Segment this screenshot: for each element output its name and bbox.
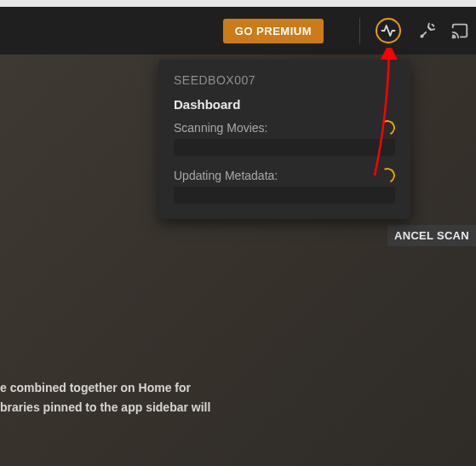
activity-popover: SEEDBOX007 Dashboard Scanning Movies: Up… <box>158 60 410 219</box>
info-text-line: e combined together on Home for <box>0 378 210 397</box>
info-text-line: braries pinned to the app sidebar will <box>0 398 210 417</box>
divider <box>359 18 360 43</box>
info-text: e combined together on Home for braries … <box>0 378 210 417</box>
browser-chrome-gap <box>0 0 476 7</box>
task-scanning: Scanning Movies: <box>174 120 395 156</box>
dashboard-title: Dashboard <box>174 97 395 112</box>
server-name: SEEDBOX007 <box>174 73 395 87</box>
task-metadata: Updating Metadata: <box>174 168 395 204</box>
activity-icon[interactable] <box>376 18 401 43</box>
app-header: GO PREMIUM <box>0 7 476 55</box>
spinner-icon <box>377 165 397 185</box>
cancel-scan-button[interactable]: ANCEL SCAN <box>387 225 476 246</box>
progress-bar <box>174 187 395 204</box>
cast-icon[interactable] <box>449 14 471 47</box>
spinner-icon <box>377 118 397 137</box>
task-label: Updating Metadata: <box>174 169 278 182</box>
go-premium-button[interactable]: GO PREMIUM <box>223 19 324 43</box>
settings-icon[interactable] <box>411 14 444 47</box>
task-label: Scanning Movies: <box>174 121 268 135</box>
progress-bar <box>174 139 395 156</box>
svg-point-1 <box>452 37 453 37</box>
